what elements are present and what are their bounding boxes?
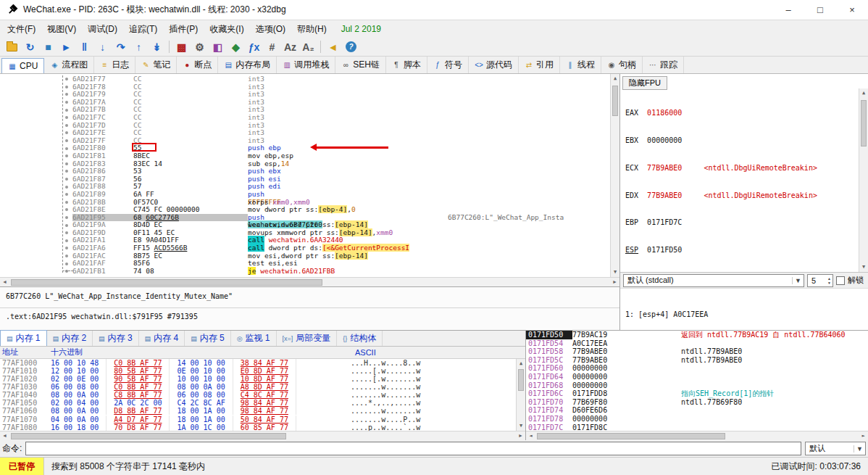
- tab-source[interactable]: <>源代码: [469, 57, 519, 73]
- menu-item-file[interactable]: 文件(F): [1, 21, 41, 38]
- scroll-up-icon[interactable]: ▲: [611, 74, 619, 83]
- restart-icon[interactable]: ↻: [21, 39, 39, 55]
- arg-line-1[interactable]: 1: [esp+4] A0C17EEA: [625, 310, 868, 319]
- run-to-user-code-icon[interactable]: ↡: [148, 39, 166, 55]
- maximize-button[interactable]: □: [804, 0, 836, 20]
- tab-handles[interactable]: ◉句柄: [601, 57, 643, 73]
- patches-icon[interactable]: ▩: [172, 39, 191, 55]
- menu-item-options[interactable]: 选项(O): [250, 21, 291, 38]
- registers-vertical-scrollbar[interactable]: ▲ ▼: [859, 88, 868, 272]
- tab-graph[interactable]: ◈流程图: [44, 57, 94, 73]
- scroll-thumb[interactable]: [861, 100, 867, 146]
- stack-row[interactable]: 0171FD6000000000: [526, 364, 868, 373]
- stack-row[interactable]: 0171FD54A0C17EEA: [526, 339, 868, 348]
- settings-gear-icon[interactable]: ⚙: [191, 39, 209, 55]
- scroll-thumb[interactable]: [537, 433, 725, 439]
- run-icon[interactable]: ►: [57, 39, 75, 55]
- disasm-gutter[interactable]: [0, 152, 72, 160]
- registers-view[interactable]: EAX 01186000 EBX 00000000 ECX 77B9ABE0 <…: [620, 88, 868, 272]
- disasm-row[interactable]: 6AD21F818BECmov ebp,esp: [0, 152, 619, 160]
- hash-icon[interactable]: #: [263, 39, 281, 55]
- stack-row[interactable]: 0171FD7800000000: [526, 415, 868, 424]
- dump-row[interactable]: 77AF107004 00 0A 00A4 D7 AF 7718 00 1A 0…: [0, 416, 525, 424]
- menu-item-view[interactable]: 视图(V): [41, 21, 82, 38]
- stack-pane[interactable]: 0171FD5077B9AC19返回到 ntdll.77B9AC19 自 ntd…: [526, 331, 868, 440]
- scroll-right-icon[interactable]: ►: [610, 278, 619, 286]
- disasm-gutter[interactable]: [0, 214, 72, 222]
- tab-dump-2[interactable]: ▤内存 2: [47, 331, 93, 346]
- tab-seh[interactable]: ∞SEH链: [335, 57, 386, 73]
- step-into-icon[interactable]: ↓: [93, 39, 112, 55]
- step-over-icon[interactable]: ↷: [112, 39, 130, 55]
- register-line-eax[interactable]: EAX 01186000: [625, 109, 865, 118]
- tab-watch-1[interactable]: ◎监视 1: [231, 331, 277, 346]
- disasm-horizontal-scrollbar[interactable]: ◄ ►: [0, 277, 619, 286]
- dump-row[interactable]: 77AF108016 00 18 0070 D8 AF 771A 00 1C 0…: [0, 424, 525, 431]
- stack-row[interactable]: 0171FD6800000000: [526, 381, 868, 390]
- dump-row[interactable]: 77AF100016 00 10 48C0 8B AF 7714 00 10 0…: [0, 359, 525, 367]
- memory-dump-view[interactable]: 77AF100016 00 10 48C0 8B AF 7714 00 10 0…: [0, 359, 525, 431]
- checkbox-icon[interactable]: [836, 276, 845, 285]
- tab-dump-4[interactable]: ▤内存 4: [139, 331, 185, 346]
- disasm-gutter[interactable]: [0, 236, 72, 244]
- disasm-gutter[interactable]: [0, 137, 72, 145]
- stop-icon[interactable]: ■: [39, 39, 57, 55]
- dump-row[interactable]: 77AF101012 00 10 0080 5B AF 770E 00 10 0…: [0, 367, 525, 375]
- tab-dump-3[interactable]: ▤内存 3: [93, 331, 139, 346]
- tab-log[interactable]: ≡日志: [94, 57, 135, 73]
- scroll-up-icon[interactable]: ▲: [517, 359, 525, 368]
- command-input[interactable]: [25, 442, 801, 455]
- stack-row-seh[interactable]: 0171FD6C0171FDD8指向SEH_Record[1]的指针: [526, 389, 868, 398]
- tab-cpu[interactable]: ▦CPU: [1, 58, 44, 73]
- close-button[interactable]: ×: [836, 0, 868, 20]
- disasm-gutter[interactable]: [0, 260, 72, 268]
- subscript-font-icon[interactable]: A₂: [299, 39, 317, 55]
- tab-dump-5[interactable]: ▤内存 5: [185, 331, 231, 346]
- stack-horizontal-scrollbar[interactable]: ◄ ►: [526, 431, 868, 440]
- unlock-checkbox[interactable]: 解锁: [836, 275, 865, 286]
- execute-till-return-icon[interactable]: ↑: [130, 39, 148, 55]
- stack-row[interactable]: 0171FD74D60FE6D6: [526, 406, 868, 415]
- scroll-left-icon[interactable]: ◄: [0, 278, 9, 286]
- disasm-gutter[interactable]: [0, 175, 72, 183]
- scroll-thumb[interactable]: [518, 369, 524, 391]
- disasm-gutter[interactable]: [0, 191, 72, 199]
- disasm-gutter[interactable]: [0, 160, 72, 168]
- dump-row[interactable]: 77AF102002 00 0E 0090 5B AF 7710 00 10 0…: [0, 375, 525, 383]
- stack-row[interactable]: 0171FD5877B9ABE0ntdll.77B9ABE0: [526, 347, 868, 356]
- disasm-row-je[interactable]: 6AD21FB174 08je wechatwin.6AD21FBB: [0, 268, 619, 276]
- scroll-down-icon[interactable]: ▼: [611, 268, 619, 277]
- scroll-right-icon[interactable]: ►: [516, 431, 525, 440]
- register-line-ebp[interactable]: EBP 0171FD7C: [625, 218, 865, 228]
- tab-dump-1[interactable]: ▤内存 1: [0, 330, 47, 346]
- stack-row-csp[interactable]: 0171FD5077B9AC19返回到 ntdll.77B9AC19 自 ntd…: [526, 331, 868, 339]
- tab-notes[interactable]: ✎笔记: [135, 57, 177, 73]
- disasm-gutter[interactable]: [0, 206, 72, 214]
- appearance-icon[interactable]: ◧: [209, 39, 227, 55]
- minimize-button[interactable]: –: [772, 0, 804, 20]
- disasm-gutter[interactable]: [0, 106, 72, 114]
- plugins-icon[interactable]: ◆: [227, 39, 245, 55]
- tab-locals[interactable]: [x=]局部变量: [277, 331, 338, 346]
- tab-struct[interactable]: {}结构体: [337, 331, 383, 346]
- menu-item-trace[interactable]: 追踪(T): [123, 21, 163, 38]
- tab-memory-map[interactable]: ▤内存布局: [218, 57, 277, 73]
- disasm-gutter[interactable]: [0, 221, 72, 229]
- scroll-thumb[interactable]: [11, 433, 286, 439]
- stack-row[interactable]: 0171FD5C77B9ABE0ntdll.77B9ABE0: [526, 356, 868, 365]
- menu-item-plugins[interactable]: 插件(P): [163, 21, 204, 38]
- disasm-gutter[interactable]: [0, 183, 72, 191]
- disasm-gutter[interactable]: [0, 75, 72, 83]
- dump-row[interactable]: 77AF103006 00 08 00C0 8B AF 7708 00 0A 0…: [0, 383, 525, 391]
- disasm-gutter[interactable]: [0, 268, 72, 276]
- disasm-gutter[interactable]: [0, 199, 72, 207]
- disasm-gutter[interactable]: [0, 83, 72, 91]
- disasm-gutter[interactable]: [0, 99, 72, 107]
- disasm-gutter[interactable]: [0, 168, 72, 175]
- disasm-gutter[interactable]: [0, 114, 72, 122]
- scroll-thumb[interactable]: [612, 86, 618, 116]
- menu-item-debug[interactable]: 调试(D): [82, 21, 123, 38]
- tab-references[interactable]: ⇄引用: [519, 57, 560, 73]
- disasm-gutter[interactable]: [0, 244, 72, 252]
- dump-row[interactable]: 77AF104008 00 0A 00C8 8B AF 7706 00 08 0…: [0, 391, 525, 399]
